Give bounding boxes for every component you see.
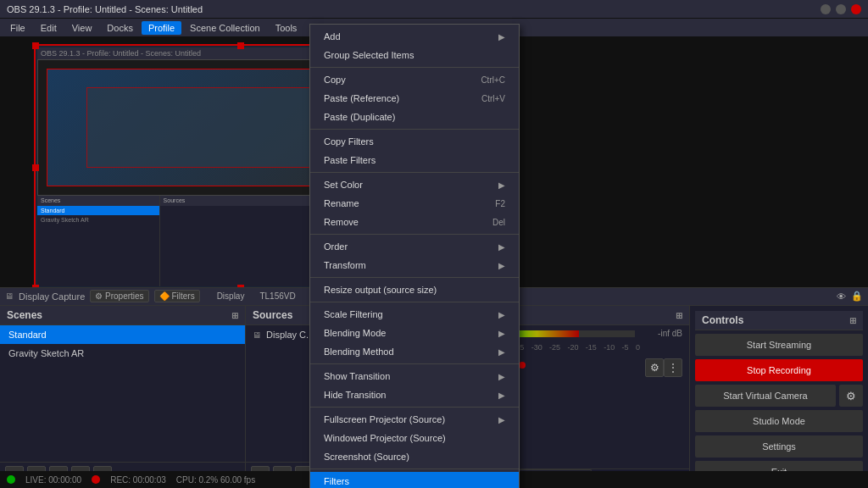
- virtual-camera-row: Start Virtual Camera ⚙: [695, 385, 863, 407]
- meter-scale-30: -30: [531, 343, 542, 352]
- source-type-icon: 🖥: [253, 330, 261, 340]
- context-menu-item-resize-output[interactable]: Resize output (source size): [310, 280, 519, 299]
- window-controls: [821, 4, 861, 14]
- context-menu-right-blending-mode: ▶: [498, 329, 505, 338]
- context-menu-item-paste-ref[interactable]: Paste (Reference)Ctrl+V: [310, 89, 519, 108]
- audio-menu-button[interactable]: ⋮: [664, 358, 682, 377]
- visibility-toggle[interactable]: 👁: [837, 291, 846, 302]
- rec-indicator: [92, 475, 100, 484]
- menu-file[interactable]: File: [3, 21, 32, 35]
- context-menu-item-transform[interactable]: Transform▶: [310, 256, 519, 274]
- context-menu-item-copy[interactable]: CopyCtrl+C: [310, 70, 519, 89]
- context-menu-item-filters[interactable]: Filters: [310, 472, 519, 488]
- context-menu-item-paste-filters[interactable]: Paste Filters: [310, 151, 519, 169]
- context-menu-right-blending-method: ▶: [498, 347, 505, 357]
- context-menu-item-screenshot[interactable]: Screenshot (Source): [310, 447, 519, 466]
- resize-handle-tl[interactable]: [32, 42, 39, 49]
- title-bar: OBS 29.1.3 - Profile: Untitled - Scenes:…: [0, 0, 868, 19]
- context-menu-item-fullscreen-projector[interactable]: Fullscreen Projector (Source)▶: [310, 410, 519, 429]
- resize-handle-bm[interactable]: [237, 285, 244, 288]
- minimize-button[interactable]: [821, 4, 831, 14]
- menu-scene-collection[interactable]: Scene Collection: [183, 21, 267, 35]
- resize-handle-bl[interactable]: [32, 285, 39, 288]
- menu-view[interactable]: View: [65, 21, 99, 35]
- context-menu-right-set-color: ▶: [498, 180, 505, 190]
- scene-item-standard[interactable]: Standard: [0, 325, 245, 344]
- filters-button[interactable]: 🔶 Filters: [154, 290, 200, 302]
- sources-label: Sources: [253, 309, 292, 321]
- menu-docks[interactable]: Docks: [100, 21, 140, 35]
- scenes-panel: Scenes ⊞ Standard Gravity Sketch AR + − …: [0, 306, 246, 488]
- context-menu-item-blending-mode[interactable]: Blending Mode▶: [310, 324, 519, 342]
- close-button[interactable]: [851, 4, 861, 14]
- properties-button[interactable]: ⚙ Properties: [90, 290, 148, 302]
- context-menu-label-resize-output: Resize output (source size): [324, 285, 437, 295]
- start-streaming-button[interactable]: Start Streaming: [695, 334, 863, 356]
- studio-mode-button[interactable]: Studio Mode: [695, 410, 863, 432]
- context-menu-label-fullscreen-projector: Fullscreen Projector (Source): [324, 414, 445, 424]
- context-menu-separator: [310, 67, 519, 68]
- context-menu: Add▶Group Selected ItemsCopyCtrl+CPaste …: [309, 24, 520, 488]
- settings-button[interactable]: Settings: [695, 435, 863, 458]
- context-menu-right-transform: ▶: [498, 261, 505, 270]
- tab-display[interactable]: Display: [212, 291, 250, 302]
- context-menu-item-hide-transition[interactable]: Hide Transition▶: [310, 385, 519, 404]
- context-menu-label-blending-method: Blending Method: [324, 347, 394, 357]
- menu-tools[interactable]: Tools: [269, 21, 304, 35]
- context-menu-item-blending-method[interactable]: Blending Method▶: [310, 342, 519, 361]
- context-menu-right-show-transition: ▶: [498, 372, 505, 381]
- context-menu-right-remove: Del: [492, 218, 505, 227]
- context-menu-right-fullscreen-projector: ▶: [498, 415, 505, 424]
- menu-profile[interactable]: Profile: [142, 21, 181, 35]
- context-menu-label-copy-filters: Copy Filters: [324, 136, 374, 147]
- controls-label: Controls: [702, 314, 743, 326]
- meter-scale-25: -25: [549, 343, 560, 352]
- context-menu-label-transform: Transform: [324, 260, 366, 270]
- context-menu-item-rename[interactable]: RenameF2: [310, 194, 519, 213]
- context-menu-label-hide-transition: Hide Transition: [324, 390, 386, 400]
- context-menu-label-paste-ref: Paste (Reference): [324, 93, 399, 103]
- display-capture-icon: 🖥: [5, 291, 14, 301]
- context-menu-item-windowed-projector[interactable]: Windowed Projector (Source): [310, 429, 519, 447]
- context-menu-label-windowed-projector: Windowed Projector (Source): [324, 433, 446, 443]
- context-menu-label-scale-filtering: Scale Filtering: [324, 309, 383, 319]
- context-menu-separator: [310, 469, 519, 469]
- start-virtual-camera-button[interactable]: Start Virtual Camera: [695, 385, 836, 407]
- resize-handle-ml[interactable]: [32, 164, 39, 171]
- scene-item-gravity[interactable]: Gravity Sketch AR: [0, 344, 245, 363]
- context-menu-separator: [310, 407, 519, 408]
- maximize-button[interactable]: [836, 4, 846, 14]
- context-menu-separator: [310, 363, 519, 364]
- resize-handle-tm[interactable]: [237, 42, 244, 49]
- meter-scale-10: -10: [604, 343, 615, 352]
- context-menu-item-show-transition[interactable]: Show Transition▶: [310, 367, 519, 385]
- audio-db-desktop: -inf dB: [640, 329, 682, 338]
- display-capture-label: Display Capture: [19, 291, 85, 302]
- context-menu-right-copy: Ctrl+C: [481, 75, 505, 85]
- lock-toggle[interactable]: 🔒: [851, 291, 863, 302]
- controls-panel-header: Controls ⊞: [695, 311, 863, 330]
- context-menu-item-remove[interactable]: RemoveDel: [310, 213, 519, 231]
- title-bar-text: OBS 29.1.3 - Profile: Untitled - Scenes:…: [7, 4, 203, 14]
- context-menu-label-remove: Remove: [324, 217, 359, 227]
- context-menu-label-screenshot: Screenshot (Source): [324, 452, 409, 462]
- tab-tl156vd[interactable]: TL156VD: [254, 291, 300, 302]
- context-menu-item-add[interactable]: Add▶: [310, 27, 519, 46]
- context-menu-item-set-color[interactable]: Set Color▶: [310, 175, 519, 194]
- context-menu-item-order[interactable]: Order▶: [310, 237, 519, 256]
- context-menu-item-group-selected[interactable]: Group Selected Items: [310, 46, 519, 64]
- context-menu-item-copy-filters[interactable]: Copy Filters: [310, 132, 519, 151]
- context-menu-item-scale-filtering[interactable]: Scale Filtering▶: [310, 305, 519, 324]
- context-menu-label-copy: Copy: [324, 75, 346, 85]
- menu-edit[interactable]: Edit: [34, 21, 64, 35]
- rec-status: REC: 00:00:03: [110, 475, 166, 485]
- context-menu-item-paste-dup[interactable]: Paste (Duplicate): [310, 108, 519, 126]
- virtual-camera-settings-button[interactable]: ⚙: [839, 385, 863, 407]
- context-menu-separator: [310, 302, 519, 302]
- audio-settings-button[interactable]: ⚙: [645, 358, 664, 377]
- context-menu-right-order: ▶: [498, 242, 505, 252]
- stop-recording-button[interactable]: Stop Recording: [695, 359, 863, 381]
- audio-panel-icon: ⊞: [676, 311, 682, 320]
- context-menu-right-paste-ref: Ctrl+V: [481, 94, 505, 103]
- cpu-status: CPU: 0.2% 60.00 fps: [176, 475, 255, 485]
